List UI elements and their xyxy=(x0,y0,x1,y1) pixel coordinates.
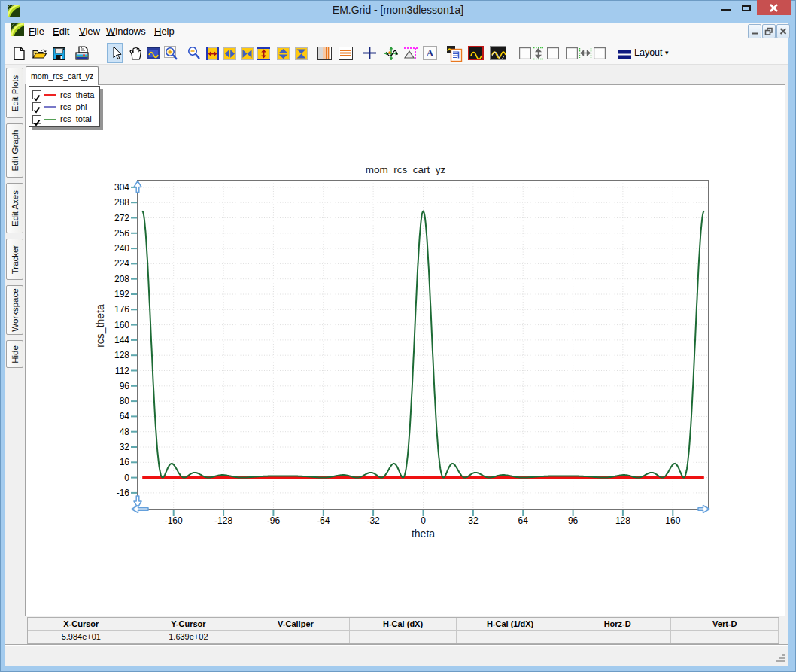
svg-text:160: 160 xyxy=(114,320,129,330)
svg-text:A: A xyxy=(427,47,434,59)
svg-text:96: 96 xyxy=(120,381,130,391)
svg-text:-96: -96 xyxy=(267,515,281,526)
svg-text:48: 48 xyxy=(120,427,130,437)
svg-text:16: 16 xyxy=(120,457,130,467)
svg-text:64: 64 xyxy=(518,515,529,526)
svg-text:-64: -64 xyxy=(317,515,330,526)
svg-text:160: 160 xyxy=(665,515,680,526)
svg-text:144: 144 xyxy=(114,335,129,345)
svg-text:96: 96 xyxy=(568,515,579,526)
svg-text:304: 304 xyxy=(114,182,129,193)
svg-text:240: 240 xyxy=(114,243,129,254)
svg-text:256: 256 xyxy=(114,228,129,239)
svg-text:64: 64 xyxy=(120,411,130,421)
svg-text:224: 224 xyxy=(114,258,129,269)
svg-text:208: 208 xyxy=(114,274,129,284)
svg-text:32: 32 xyxy=(120,442,130,452)
svg-text:-32: -32 xyxy=(366,515,380,526)
svg-text:176: 176 xyxy=(114,304,129,315)
svg-text:-128: -128 xyxy=(214,515,232,526)
svg-text:rcs_theta: rcs_theta xyxy=(94,304,106,348)
svg-text:112: 112 xyxy=(115,366,129,376)
svg-text:0: 0 xyxy=(421,515,426,526)
svg-text:272: 272 xyxy=(114,213,129,223)
svg-text:theta: theta xyxy=(412,528,435,540)
svg-text:32: 32 xyxy=(468,515,479,526)
svg-text:80: 80 xyxy=(120,396,130,406)
svg-text:-16: -16 xyxy=(117,488,130,498)
svg-text:288: 288 xyxy=(114,197,129,208)
svg-text:0: 0 xyxy=(124,473,129,483)
svg-text:mom_rcs_cart_yz: mom_rcs_cart_yz xyxy=(366,164,446,175)
svg-text:128: 128 xyxy=(615,515,630,526)
svg-text:128: 128 xyxy=(114,350,129,360)
svg-text:192: 192 xyxy=(114,289,129,300)
svg-text:-160: -160 xyxy=(165,515,183,526)
